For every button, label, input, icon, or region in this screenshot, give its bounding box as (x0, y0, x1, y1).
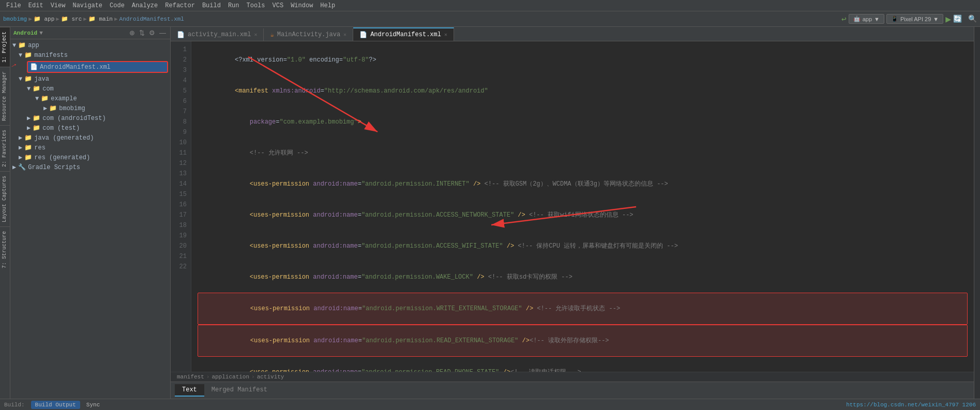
menu-refactor[interactable]: Refactor (162, 1, 198, 10)
editor-area: 📄 activity_main.xml ✕ ☕ MainActivity.jav… (171, 27, 974, 399)
breadcrumb-app[interactable]: 📁 app (34, 16, 54, 22)
tree-label-androidtest: com (androidTest) (42, 115, 105, 122)
tree-label-app: app (28, 42, 39, 49)
right-scrollbar[interactable] (974, 27, 980, 399)
menu-view[interactable]: View (48, 1, 69, 10)
breadcrumb-activity[interactable]: activity (257, 374, 284, 380)
search-everywhere-icon[interactable]: 🔍 (968, 14, 977, 23)
menu-edit[interactable]: Edit (25, 1, 47, 10)
tree-label-res-generated: res (generated) (34, 154, 90, 161)
code-line-7: <uses-permission android:name="android.p… (198, 231, 968, 262)
favorites-tab[interactable]: 2: Favorites (0, 125, 10, 171)
breadcrumb-main[interactable]: 📁 main (88, 16, 113, 22)
tree-item-java-generated[interactable]: ▶ 📁 java (generated) (10, 133, 170, 143)
expand-icon-java: ▼ (19, 75, 22, 83)
tab-text[interactable]: Text (175, 384, 204, 397)
expand-icon: ▼ (12, 42, 16, 49)
tree-item-bmobimg[interactable]: ▶ 📁 bmobimg (10, 103, 170, 113)
code-line-5: <uses-permission android:name="android.p… (198, 169, 968, 200)
settings-button[interactable]: ⚙ (148, 29, 156, 37)
folder-icon-example: 📁 (41, 95, 49, 102)
tree-item-com[interactable]: ▼ 📁 com (10, 84, 170, 94)
side-tabs: 1: Project Resource Manager 2: Favorites… (0, 27, 10, 399)
menu-window[interactable]: Window (288, 1, 316, 10)
structure-tab[interactable]: 7: Structure (0, 226, 10, 272)
tab-mainactivity[interactable]: ☕ MainActivity.java ✕ (264, 28, 353, 41)
expand-icon-res-gen: ▶ (19, 154, 22, 161)
status-bar-url: https://blog.csdn.net/weixin_4797 1206 (846, 402, 976, 408)
code-content[interactable]: <?xml version="1.0" encoding="utf-8"?> <… (191, 41, 974, 372)
tree-item-manifests[interactable]: ▼ 📁 manifests (10, 50, 170, 60)
xml-icon-tab3: 📄 (359, 31, 367, 39)
android-icon: 🤖 (853, 16, 861, 22)
run-config-button[interactable]: 🤖 app ▼ (849, 14, 884, 24)
code-line-6: <uses-permission android:name="android.p… (198, 200, 968, 231)
tab-androidmanifest[interactable]: 📄 AndroidManifest.xml ✕ (353, 27, 454, 41)
device-selector-button[interactable]: 📱 Pixel API 29 ▼ (886, 14, 943, 24)
resource-manager-tab[interactable]: Resource Manager (0, 67, 10, 125)
back-nav-icon[interactable]: ↩ (841, 14, 847, 24)
menu-file[interactable]: File (3, 1, 24, 10)
tab-close-3[interactable]: ✕ (444, 32, 447, 38)
tree-item-example[interactable]: ▼ 📁 example (10, 94, 170, 103)
menu-code[interactable]: Code (107, 1, 128, 10)
run-button[interactable]: ▶ (945, 13, 951, 25)
tree-item-res[interactable]: ▶ 📁 res (10, 143, 170, 153)
breadcrumb: bmobimg ▶ 📁 app ▶ 📁 src ▶ 📁 main ▶ Andro… (3, 16, 184, 22)
tree-label-res: res (34, 144, 46, 151)
tree-item-res-generated[interactable]: ▶ 📁 res (generated) (10, 153, 170, 162)
menu-help[interactable]: Help (317, 1, 338, 10)
tree-item-gradle[interactable]: ▶ 🔧 Gradle Scripts (10, 162, 170, 172)
add-file-button[interactable]: ⊕ (128, 29, 136, 37)
layout-captures-tab[interactable]: Layout Captures (0, 171, 10, 226)
tab-close-2[interactable]: ✕ (343, 32, 346, 38)
minimize-button[interactable]: — (158, 29, 167, 37)
expand-icon-example: ▼ (35, 95, 39, 102)
build-output-tab[interactable]: Build Output (31, 401, 80, 409)
tree-label-example: example (51, 95, 77, 102)
main-layout: 1: Project Resource Manager 2: Favorites… (0, 27, 980, 399)
expand-icon-manifests: ▼ (19, 52, 22, 59)
breadcrumb-manifest[interactable]: manifest (177, 374, 204, 380)
android-label: Android (13, 30, 37, 36)
tab-activity-main[interactable]: 📄 activity_main.xml ✕ (171, 28, 264, 41)
rebuild-button[interactable]: 🔄 (953, 14, 962, 23)
menu-run[interactable]: Run (225, 1, 243, 10)
code-line-2: <manifest xmlns:android="http://schemas.… (198, 75, 968, 107)
code-line-1: <?xml version="1.0" encoding="utf-8"?> (198, 44, 968, 75)
menu-tools[interactable]: Tools (244, 1, 268, 10)
expand-icon-java-gen: ▶ (19, 134, 22, 142)
menu-analyze[interactable]: Analyze (129, 1, 161, 10)
panel-title: Android ▼ (13, 30, 43, 36)
folder-icon-java: 📁 (24, 75, 32, 83)
breadcrumb-project[interactable]: bmobimg (3, 16, 27, 22)
tab-label-activity-main: activity_main.xml (188, 31, 251, 38)
expand-icon-bmobimg: ▶ (43, 104, 47, 112)
menu-navigate[interactable]: Navigate (69, 1, 105, 10)
sync-label[interactable]: Sync (86, 402, 100, 408)
tree-item-com-androidtest[interactable]: ▶ 📁 com (androidTest) (10, 113, 170, 123)
tree-item-com-test[interactable]: ▶ 📁 com (test) (10, 123, 170, 133)
run-config-dropdown-icon: ▼ (874, 16, 880, 22)
folder-icon-java-gen: 📁 (24, 134, 32, 142)
tab-merged-manifest[interactable]: Merged Manifest (204, 384, 275, 397)
breadcrumb-application[interactable]: application (212, 374, 249, 380)
status-bar-left: Build: Build Output Sync (4, 401, 100, 409)
tree-item-java[interactable]: ▼ 📁 java (10, 74, 170, 84)
breadcrumb-src[interactable]: 📁 src (61, 16, 82, 22)
tree-item-androidmanifest[interactable]: 📄 AndroidManifest.xml (27, 61, 168, 73)
editor-bottom-tabs: Text Merged Manifest (171, 382, 974, 399)
dropdown-icon: ▼ (39, 30, 43, 36)
tab-close-1[interactable]: ✕ (254, 32, 257, 38)
menu-vcs[interactable]: VCS (269, 1, 287, 10)
sync-button[interactable]: ⇅ (138, 29, 146, 37)
expand-icon-com: ▼ (27, 85, 31, 93)
tree-label-test: com (test) (42, 125, 80, 132)
tab-label-androidmanifest: AndroidManifest.xml (370, 31, 441, 38)
breadcrumb-file[interactable]: AndroidManifest.xml (119, 16, 184, 22)
tree-item-app[interactable]: ▼ 📁 app (10, 40, 170, 50)
project-tab[interactable]: 1: Project (0, 27, 10, 67)
toolbar-right: ↩ 🤖 app ▼ 📱 Pixel API 29 ▼ ▶ 🔄 🔍 (841, 13, 977, 25)
menu-build[interactable]: Build (199, 1, 224, 10)
expand-icon-androidtest: ▶ (27, 114, 31, 122)
